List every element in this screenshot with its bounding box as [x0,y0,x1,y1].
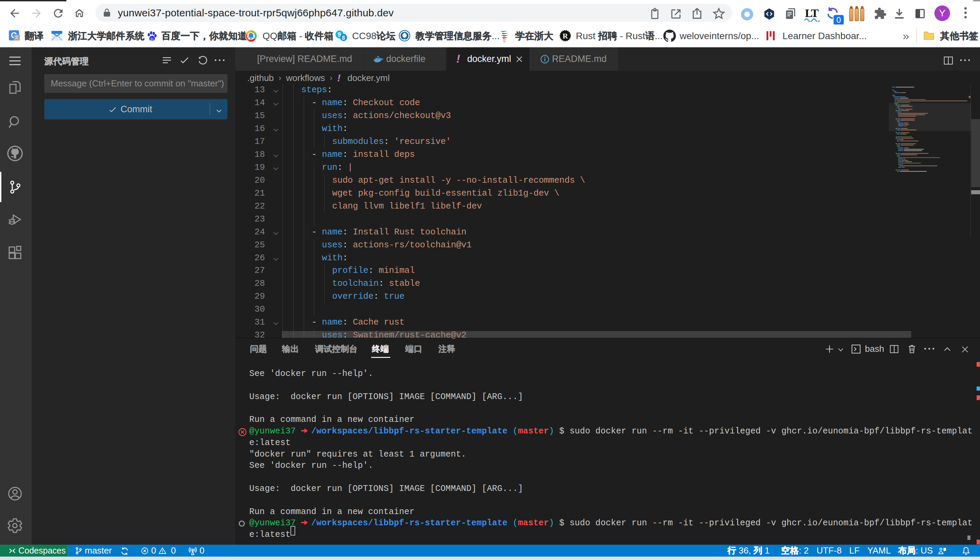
svg-text:9: 9 [338,31,341,38]
svg-text:du: du [151,37,154,40]
svg-text:8: 8 [342,35,345,41]
svg-text:R: R [562,32,568,40]
